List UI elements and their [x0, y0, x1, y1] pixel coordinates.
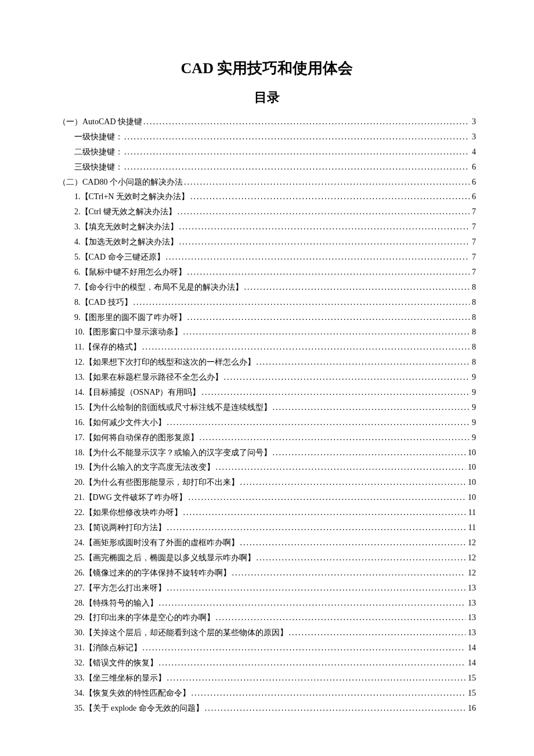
- toc-dot-leader: [273, 400, 470, 415]
- toc-entry-page: 6: [471, 189, 476, 204]
- toc-dot-leader: [224, 370, 470, 385]
- toc-entry-page: 9: [471, 385, 476, 400]
- toc-entry[interactable]: 9.【图形里的圆不圆了咋办呀】8: [58, 310, 476, 325]
- toc-entry-label: 30.【关掉这个层后，却还能看到这个层的某些物体的原因】: [74, 625, 288, 640]
- toc-dot-leader: [289, 625, 466, 640]
- toc-entry-label: 19.【为什么输入的文字高度无法改变】: [74, 460, 215, 475]
- toc-entry-page: 10: [467, 445, 476, 460]
- toc-dot-leader: [124, 160, 470, 175]
- toc-entry-page: 8: [471, 280, 476, 295]
- toc-entry[interactable]: 18.【为什么不能显示汉字？或输入的汉字变成了问号】10: [58, 445, 476, 460]
- toc-dot-leader: [200, 430, 470, 445]
- toc-entry-page: 6: [471, 175, 476, 190]
- toc-entry-label: 4.【加选无效时之解决办法】: [74, 235, 178, 250]
- toc-dot-leader: [183, 325, 470, 340]
- toc-entry[interactable]: 15.【为什么绘制的剖面线或尺寸标注线不是连续线型】9: [58, 400, 476, 415]
- toc-entry[interactable]: 19.【为什么输入的文字高度无法改变】10: [58, 460, 476, 475]
- toc-entry-page: 9: [471, 370, 476, 385]
- toc-entry-label: （一）AutoCAD 快捷键: [58, 114, 142, 129]
- toc-entry-page: 10: [467, 475, 476, 490]
- toc-entry[interactable]: （一）AutoCAD 快捷键3: [58, 114, 476, 129]
- toc-entry[interactable]: 20.【为什么有些图形能显示，却打印不出来】10: [58, 475, 476, 490]
- toc-dot-leader: [142, 340, 470, 355]
- toc-entry[interactable]: 10.【图形窗口中显示滚动条】8: [58, 325, 476, 340]
- toc-entry-page: 15: [467, 686, 476, 701]
- toc-entry[interactable]: 6.【鼠标中键不好用怎么办呀】7: [58, 265, 476, 280]
- toc-entry[interactable]: 34.【恢复失效的特性匹配命令】15: [58, 686, 476, 701]
- toc-entry-label: 12.【如果想下次打印的线型和这次的一样怎么办】: [74, 355, 255, 370]
- toc-entry[interactable]: 一级快捷键：3: [58, 129, 476, 145]
- toc-dot-leader: [159, 656, 466, 671]
- toc-entry[interactable]: 三级快捷键：6: [58, 160, 476, 175]
- toc-entry[interactable]: 13.【如果在标题栏显示路径不全怎么办】9: [58, 370, 476, 385]
- toc-entry-page: 13: [467, 625, 476, 640]
- toc-entry[interactable]: 27.【平方怎么打出来呀】13: [58, 581, 476, 596]
- toc-entry[interactable]: 23.【简说两种打印方法】11: [58, 520, 476, 535]
- toc-dot-leader: [244, 280, 470, 295]
- toc-entry[interactable]: 11.【保存的格式】8: [58, 340, 476, 355]
- toc-dot-leader: [240, 535, 466, 550]
- toc-entry-page: 11: [467, 520, 476, 535]
- toc-dot-leader: [134, 295, 470, 310]
- toc-entry-label: 17.【如何将自动保存的图形复原】: [74, 430, 199, 445]
- toc-entry[interactable]: 14.【目标捕捉（OSNAP）有用吗】9: [58, 385, 476, 400]
- toc-entry[interactable]: 二级快捷键：4: [58, 145, 476, 160]
- toc-entry-label: 一级快捷键：: [74, 129, 123, 145]
- toc-entry[interactable]: 32.【错误文件的恢复】14: [58, 656, 476, 671]
- toc-entry-label: 1.【CTrl+N 无效时之解决办法】: [74, 189, 189, 204]
- toc-entry-page: 13: [467, 610, 476, 625]
- toc-entry-label: 21.【DWG 文件破坏了咋办呀】: [74, 490, 187, 505]
- toc-entry[interactable]: 31.【消除点标记】14: [58, 640, 476, 656]
- toc-entry[interactable]: 1.【CTrl+N 无效时之解决办法】6: [58, 189, 476, 204]
- toc-entry-label: 11.【保存的格式】: [74, 340, 141, 355]
- toc-entry-page: 12: [467, 566, 476, 581]
- document-title: CAD 实用技巧和使用体会: [58, 58, 476, 78]
- toc-entry-label: 二级快捷键：: [74, 145, 123, 160]
- toc-entry-label: 34.【恢复失效的特性匹配命令】: [74, 686, 190, 701]
- toc-dot-leader: [216, 460, 466, 475]
- toc-entry[interactable]: 22.【如果你想修改块咋办呀】11: [58, 505, 476, 520]
- toc-dot-leader: [187, 265, 470, 280]
- toc-entry[interactable]: （二）CAD80 个小问题的解决办法6: [58, 175, 476, 190]
- toc-entry-page: 7: [471, 219, 476, 235]
- toc-dot-leader: [167, 520, 466, 535]
- toc-entry[interactable]: 7.【命令行中的模型，布局不见是的解决办法】8: [58, 280, 476, 295]
- toc-dot-leader: [192, 686, 466, 701]
- toc-entry-page: 3: [471, 114, 476, 129]
- toc-entry-page: 15: [467, 671, 476, 686]
- toc-entry[interactable]: 25.【画完椭圆之后，椭圆是以多义线显示咋办啊】12: [58, 550, 476, 566]
- toc-entry[interactable]: 16.【如何减少文件大小】9: [58, 415, 476, 430]
- toc-dot-leader: [167, 671, 466, 686]
- toc-dot-leader: [232, 566, 466, 581]
- toc-dot-leader: [167, 581, 466, 596]
- toc-entry[interactable]: 30.【关掉这个层后，却还能看到这个层的某些物体的原因】13: [58, 625, 476, 640]
- toc-entry[interactable]: 8.【CAD 技巧】8: [58, 295, 476, 310]
- toc-entry[interactable]: 35.【关于 explode 命令无效的问题】16: [58, 701, 476, 716]
- toc-entry[interactable]: 2.【Ctrl 键无效之解决办法】7: [58, 204, 476, 219]
- toc-entry-page: 8: [471, 295, 476, 310]
- toc-entry[interactable]: 5.【CAD 命令三键还原】7: [58, 250, 476, 265]
- toc-entry-page: 13: [467, 596, 476, 611]
- toc-entry[interactable]: 3.【填充无效时之解决办法】7: [58, 219, 476, 235]
- toc-entry[interactable]: 29.【打印出来的字体是空心的咋办啊】13: [58, 610, 476, 625]
- toc-entry[interactable]: 17.【如何将自动保存的图形复原】9: [58, 430, 476, 445]
- toc-entry[interactable]: 24.【画矩形或圆时没有了外面的虚框咋办啊】12: [58, 535, 476, 550]
- toc-entry[interactable]: 4.【加选无效时之解决办法】7: [58, 235, 476, 250]
- toc-entry-page: 8: [471, 325, 476, 340]
- toc-entry-label: 16.【如何减少文件大小】: [74, 415, 166, 430]
- toc-entry[interactable]: 26.【镜像过来的的字体保持不旋转咋办啊】12: [58, 566, 476, 581]
- toc-dot-leader: [216, 610, 466, 625]
- toc-dot-leader: [187, 310, 470, 325]
- toc-entry[interactable]: 21.【DWG 文件破坏了咋办呀】10: [58, 490, 476, 505]
- toc-entry-page: 13: [467, 581, 476, 596]
- toc-entry-label: 28.【特殊符号的输入】: [74, 596, 158, 611]
- toc-entry[interactable]: 12.【如果想下次打印的线型和这次的一样怎么办】8: [58, 355, 476, 370]
- toc-entry[interactable]: 33.【坐三维坐标的显示】15: [58, 671, 476, 686]
- toc-entry-label: 8.【CAD 技巧】: [74, 295, 132, 310]
- document-page: CAD 实用技巧和使用体会 目录 （一）AutoCAD 快捷键3一级快捷键：3二…: [0, 0, 534, 756]
- toc-entry[interactable]: 28.【特殊符号的输入】13: [58, 596, 476, 611]
- toc-entry-page: 7: [471, 265, 476, 280]
- toc-entry-label: 7.【命令行中的模型，布局不见是的解决办法】: [74, 280, 243, 295]
- toc-entry-page: 8: [471, 355, 476, 370]
- toc-entry-label: 2.【Ctrl 键无效之解决办法】: [74, 204, 176, 219]
